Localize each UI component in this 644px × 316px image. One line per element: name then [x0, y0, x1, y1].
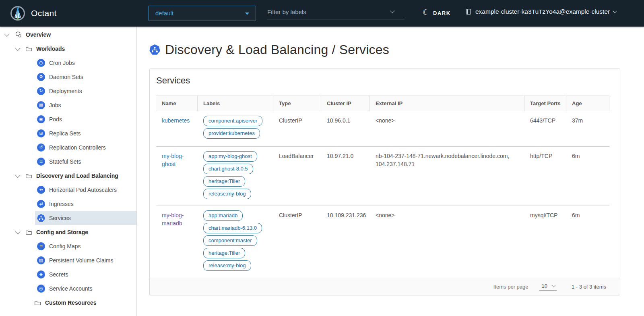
- sidebar-item-ingresses[interactable]: ⇄Ingresses: [0, 197, 136, 211]
- stateful-sets-icon: ≣: [37, 158, 45, 166]
- main-content: Discovery & Load Balancing / Services Se…: [137, 27, 644, 316]
- label-pill[interactable]: chart:ghost-8.0.5: [203, 164, 253, 174]
- tree-chevron-down-icon[interactable]: [15, 46, 21, 51]
- sidebar-item-workloads[interactable]: Workloads: [0, 42, 136, 56]
- label-pill[interactable]: release:my-blog: [203, 189, 251, 199]
- services-card: Services NameLabelsTypeCluster IPExterna…: [149, 69, 620, 295]
- folder-icon: [25, 229, 32, 235]
- jobs-icon: ▦: [37, 101, 45, 109]
- label-pill[interactable]: heritage:Tiller: [203, 248, 245, 258]
- column-header-name: Name: [156, 96, 198, 111]
- tree-chevron-down-icon[interactable]: [4, 31, 10, 37]
- cell-name: my-blog-mariadb: [156, 206, 198, 278]
- sidebar-item-persistent-volume-claims[interactable]: ▤Persistent Volume Claims: [0, 253, 136, 267]
- cell-external-ip: <none>: [370, 111, 524, 146]
- sidebar-item-daemon-sets[interactable]: ⚙Daemon Sets: [0, 70, 136, 84]
- namespace-select[interactable]: default: [148, 6, 256, 21]
- secrets-icon: ◈: [37, 270, 45, 279]
- sidebar-item-discovery-and-load-balancing[interactable]: Discovery and Load Balancing: [0, 168, 136, 183]
- service-name-link[interactable]: my-blog-mariadb: [162, 212, 184, 227]
- cell-age: 37m: [566, 111, 609, 146]
- tree-chevron-down-icon[interactable]: [15, 173, 21, 178]
- cell-target-ports: 6443/TCP: [524, 111, 566, 146]
- app-title: Octant: [31, 5, 57, 21]
- objects-icon: [15, 31, 22, 38]
- sidebar-item-config-maps[interactable]: ≡Config Maps: [0, 239, 136, 253]
- label-pill[interactable]: chart:mariadb-6.13.0: [203, 223, 262, 233]
- sidebar-item-service-accounts[interactable]: ◎Service Accounts: [0, 281, 136, 295]
- folder-icon: [25, 173, 32, 179]
- moon-icon: ☾: [423, 8, 429, 17]
- persistent-volume-claims-icon: ▤: [37, 256, 45, 264]
- dark-theme-toggle[interactable]: ☾ DARK: [423, 8, 451, 18]
- cluster-context-label: example-cluster-ka3TuTzYo4a@example-clus…: [475, 8, 610, 15]
- label-filter-input[interactable]: [267, 6, 388, 18]
- filter-chevron-down-icon[interactable]: [390, 8, 394, 13]
- card-title: Services: [156, 75, 620, 87]
- sidebar-item-config-and-storage[interactable]: Config and Storage: [0, 225, 136, 239]
- column-header-cluster-ip: Cluster IP: [321, 96, 370, 111]
- sidebar-item-overview[interactable]: Overview: [0, 27, 136, 42]
- items-per-page-select[interactable]: 10: [539, 283, 557, 291]
- label-pill[interactable]: release:my-blog: [203, 260, 251, 271]
- sidebar-item-custom-resources[interactable]: Custom Resources: [0, 295, 136, 310]
- sidebar-item-label: Jobs: [49, 102, 61, 108]
- cell-cluster-ip: 10.97.21.0: [321, 147, 370, 206]
- daemon-sets-icon: ⚙: [37, 73, 45, 81]
- brand: Octant: [10, 5, 57, 21]
- cell-target-ports: http/TCP: [524, 147, 566, 206]
- ingresses-icon: ⇄: [37, 200, 45, 208]
- cell-name: kubernetes: [156, 111, 198, 146]
- service-name-link[interactable]: my-blog-ghost: [162, 153, 184, 167]
- deployments-icon: ↻: [37, 87, 45, 95]
- folder-icon: [34, 300, 41, 306]
- sidebar-item-deployments[interactable]: ↻Deployments: [0, 84, 136, 98]
- service-name-link[interactable]: kubernetes: [162, 117, 190, 124]
- dark-theme-label: DARK: [433, 10, 451, 16]
- cell-target-ports: mysql/TCP: [524, 206, 566, 278]
- sidebar-item-label: Ingresses: [49, 201, 74, 207]
- sidebar-item-services[interactable]: Services: [0, 211, 136, 225]
- namespace-caret-icon: [245, 12, 249, 15]
- sidebar-navigation: OverviewWorkloads◷Cron Jobs⚙Daemon Sets↻…: [0, 27, 137, 316]
- cell-type: LoadBalancer: [273, 147, 321, 206]
- sidebar-item-label: Secrets: [49, 271, 68, 278]
- table-row-my-blog-ghost: my-blog-ghostapp:my-blog-ghostchart:ghos…: [156, 147, 609, 206]
- sidebar-item-replication-controllers[interactable]: ↺Replication Controllers: [0, 140, 136, 154]
- sidebar-item-label: Daemon Sets: [49, 74, 83, 80]
- sidebar-item-replica-sets[interactable]: ⊞Replica Sets: [0, 126, 136, 140]
- label-pill[interactable]: component:apiserver: [203, 116, 262, 126]
- table-pagination: Items per page 10 1 - 3 of 3 items: [150, 278, 620, 295]
- context-chevron-down-icon: [613, 9, 617, 13]
- cell-labels: app:mariadbchart:mariadb-6.13.0component…: [198, 206, 273, 278]
- pods-icon: ◉: [37, 115, 45, 123]
- sidebar-item-label: Overview: [26, 31, 51, 38]
- sidebar-item-label: Persistent Volume Claims: [49, 257, 114, 264]
- page-title: Discovery & Load Balancing / Services: [165, 42, 389, 57]
- tree-chevron-down-icon[interactable]: [15, 229, 21, 234]
- label-pill[interactable]: app:mariadb: [203, 210, 243, 221]
- label-filter: [267, 6, 405, 19]
- sidebar-item-label: Service Accounts: [49, 285, 92, 292]
- services-table: NameLabelsTypeCluster IPExternal IPTarge…: [156, 96, 609, 278]
- cell-age: 6m: [566, 206, 609, 278]
- cell-labels: app:my-blog-ghostchart:ghost-8.0.5herita…: [198, 147, 273, 206]
- sidebar-item-jobs[interactable]: ▦Jobs: [0, 98, 136, 112]
- cell-type: ClusterIP: [273, 206, 321, 278]
- column-header-labels: Labels: [198, 96, 273, 111]
- sidebar-item-label: Cron Jobs: [49, 60, 75, 66]
- sidebar-item-cron-jobs[interactable]: ◷Cron Jobs: [0, 56, 136, 70]
- sidebar-item-label: Custom Resources: [45, 299, 97, 306]
- label-pill[interactable]: heritage:Tiller: [203, 176, 245, 187]
- sidebar-item-secrets[interactable]: ◈Secrets: [0, 267, 136, 281]
- label-pill[interactable]: provider:kubernetes: [203, 128, 260, 139]
- label-pill[interactable]: app:my-blog-ghost: [203, 151, 257, 162]
- sidebar-item-pods[interactable]: ◉Pods: [0, 112, 136, 126]
- label-pill[interactable]: component:master: [203, 235, 257, 246]
- sidebar-item-stateful-sets[interactable]: ≣Stateful Sets: [0, 154, 136, 168]
- column-header-type: Type: [273, 96, 321, 111]
- cluster-context-menu[interactable]: example-cluster-ka3TuTzYo4a@example-clus…: [465, 8, 616, 15]
- sidebar-item-label: Workloads: [36, 46, 65, 52]
- cell-cluster-ip: 10.109.231.236: [321, 206, 370, 278]
- sidebar-item-horizontal-pod-autoscalers[interactable]: ↔Horizontal Pod Autoscalers: [0, 183, 136, 197]
